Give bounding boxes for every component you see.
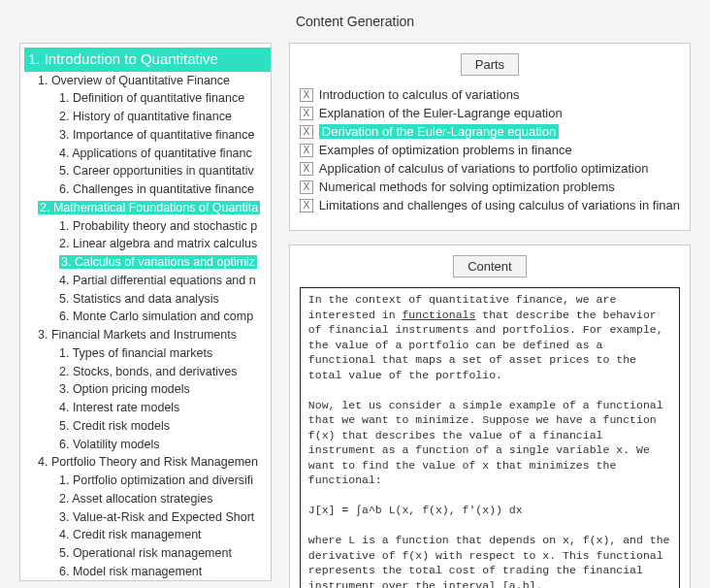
page-title: Content Generation: [19, 10, 691, 43]
toc-subsection[interactable]: 6. Volatility models: [24, 436, 271, 454]
toc-subsection[interactable]: 3. Option pricing models: [24, 380, 271, 399]
toc-subsection[interactable]: 1. Types of financial markets: [24, 344, 271, 363]
toc-subsection[interactable]: 1. Portfolio optimization and diversifi: [24, 472, 271, 490]
close-icon[interactable]: X: [300, 144, 313, 157]
close-icon[interactable]: X: [300, 125, 313, 139]
close-icon[interactable]: X: [300, 162, 313, 176]
part-label: Examples of optimization problems in fin…: [319, 143, 572, 157]
toc-subsection[interactable]: 4. Partial differential equations and n: [24, 272, 271, 290]
toc-subsection[interactable]: 2. Asset allocation strategies: [24, 490, 271, 508]
close-icon[interactable]: X: [300, 107, 313, 120]
toc-subsection[interactable]: 6. Monte Carlo simulation and comp: [24, 308, 271, 326]
toc-section[interactable]: 5. Algorithmic Trading and High-Frequen: [24, 581, 271, 582]
right-column: Parts XIntroduction to calculus of varia…: [289, 43, 691, 581]
part-item[interactable]: XLimitations and challenges of using cal…: [300, 196, 680, 214]
toc-subsection[interactable]: 4. Applications of quantitative financ: [24, 145, 271, 163]
toc-subsection[interactable]: 4. Credit risk management: [24, 526, 271, 544]
part-label: Limitations and challenges of using calc…: [319, 198, 680, 212]
toc-subsection[interactable]: 5. Operational risk management: [24, 544, 271, 563]
toc-subsection[interactable]: 6. Challenges in quantitative finance: [24, 180, 271, 199]
toc-subsection[interactable]: 5. Career opportunities in quantitativ: [24, 162, 271, 180]
toc-subsection[interactable]: 3. Value-at-Risk and Expected Short: [24, 508, 271, 527]
toc-root[interactable]: 1. Introduction to Quantitative: [24, 48, 271, 72]
toc-section[interactable]: 1. Overview of Quantitative Finance: [24, 72, 271, 90]
part-label: Explanation of the Euler-Lagrange equati…: [319, 106, 563, 120]
parts-header: Parts: [300, 53, 680, 76]
part-label: Introduction to calculus of variations: [319, 87, 520, 102]
parts-button[interactable]: Parts: [461, 53, 519, 76]
toc-subsection[interactable]: 2. History of quantitative finance: [24, 108, 271, 126]
part-label: Application of calculus of variations to…: [319, 161, 649, 176]
toc-subsection[interactable]: 2. Stocks, bonds, and derivatives: [24, 363, 271, 381]
toc-subsection[interactable]: 5. Statistics and data analysis: [24, 290, 271, 309]
close-icon[interactable]: X: [300, 199, 313, 212]
content-button[interactable]: Content: [453, 255, 527, 278]
content-rest: that describe the behavior of financial …: [308, 309, 677, 588]
toc-section[interactable]: 3. Financial Markets and Instruments: [24, 326, 271, 344]
toc-subsection[interactable]: 4. Interest rate models: [24, 399, 271, 417]
part-label: Numerical methods for solving optimizati…: [319, 180, 615, 194]
part-item[interactable]: XIntroduction to calculus of variations: [300, 85, 680, 104]
content-panel: Content In the context of quantitative f…: [289, 245, 691, 588]
content-box[interactable]: In the context of quantitative finance, …: [300, 287, 680, 588]
toc-subsection[interactable]: 5. Credit risk models: [24, 417, 271, 436]
parts-list[interactable]: XIntroduction to calculus of variationsX…: [300, 85, 680, 220]
toc-panel[interactable]: 1. Introduction to Quantitative1. Overvi…: [19, 43, 272, 581]
parts-panel: Parts XIntroduction to calculus of varia…: [289, 43, 691, 231]
toc-section[interactable]: 2. Mathematical Foundations of Quantita: [24, 199, 271, 217]
toc-subsection[interactable]: 2. Linear algebra and matrix calculus: [24, 235, 271, 253]
content-underline: functionals: [402, 309, 475, 321]
part-item[interactable]: XExplanation of the Euler-Lagrange equat…: [300, 104, 680, 122]
part-label: Derivation of the Euler-Lagrange equatio…: [319, 124, 559, 139]
part-item[interactable]: XExamples of optimization problems in fi…: [300, 141, 680, 159]
part-item[interactable]: XDerivation of the Euler-Lagrange equati…: [300, 122, 680, 141]
content-header: Content: [300, 255, 680, 278]
toc-subsection[interactable]: 3. Calculus of variations and optimiz: [24, 253, 271, 272]
part-item[interactable]: XApplication of calculus of variations t…: [300, 159, 680, 178]
close-icon[interactable]: X: [300, 180, 313, 194]
main-layout: 1. Introduction to Quantitative1. Overvi…: [19, 43, 691, 581]
part-item[interactable]: XNumerical methods for solving optimizat…: [300, 178, 680, 196]
toc-section[interactable]: 4. Portfolio Theory and Risk Managemen: [24, 453, 271, 472]
toc-subsection[interactable]: 1. Probability theory and stochastic p: [24, 217, 271, 236]
close-icon[interactable]: X: [300, 88, 313, 102]
page-root: Content Generation 1. Introduction to Qu…: [0, 0, 710, 588]
toc-subsection[interactable]: 3. Importance of quantitative finance: [24, 126, 271, 145]
toc-subsection[interactable]: 1. Definition of quantitative finance: [24, 89, 271, 108]
toc-subsection[interactable]: 6. Model risk management: [24, 563, 271, 581]
